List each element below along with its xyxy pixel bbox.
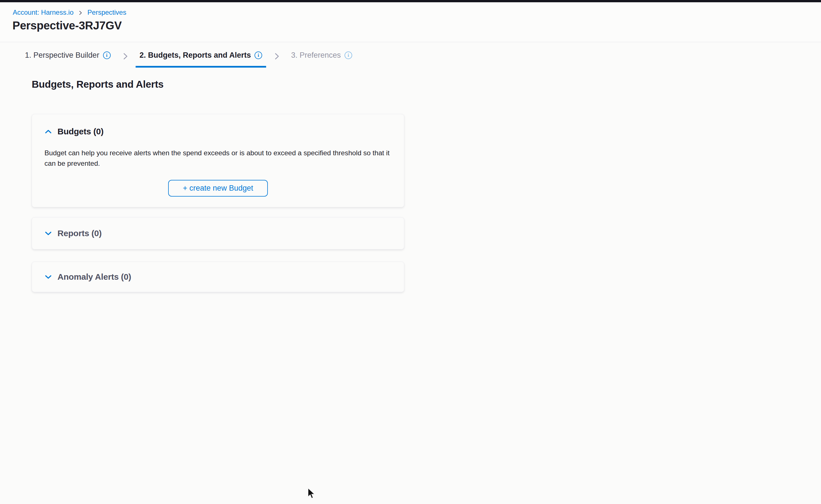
- reports-section: Reports (0): [32, 217, 404, 249]
- chevron-right-icon: [272, 52, 281, 61]
- sections-list: Budgets (0) Budget can help you receive …: [32, 114, 404, 292]
- tab-budgets-reports-alerts[interactable]: 2. Budgets, Reports and Alerts i: [135, 48, 267, 68]
- anomaly-alerts-section-header[interactable]: Anomaly Alerts (0): [44, 272, 131, 282]
- page-header: Account: Harness.io Perspectives Perspec…: [0, 2, 821, 42]
- breadcrumb-account-link[interactable]: Account: Harness.io: [13, 8, 74, 16]
- tab-perspective-builder[interactable]: 1. Perspective Builder i: [21, 48, 115, 68]
- info-icon[interactable]: i: [255, 51, 262, 59]
- anomaly-alerts-section-title: Anomaly Alerts (0): [57, 272, 131, 282]
- budgets-section-header[interactable]: Budgets (0): [44, 127, 392, 136]
- wizard-tabs: 1. Perspective Builder i 2. Budgets, Rep…: [21, 48, 356, 68]
- tab-budgets-reports-alerts-label: 2. Budgets, Reports and Alerts: [139, 51, 251, 60]
- info-icon[interactable]: i: [103, 51, 111, 59]
- tab-preferences[interactable]: 3. Preferences i: [287, 48, 356, 68]
- chevron-down-icon: [44, 274, 52, 280]
- browser-chrome-strip: [0, 0, 821, 2]
- anomaly-alerts-section: Anomaly Alerts (0): [32, 262, 404, 292]
- budgets-section: Budgets (0) Budget can help you receive …: [32, 114, 404, 207]
- content-heading: Budgets, Reports and Alerts: [32, 79, 164, 90]
- chevron-up-icon: [44, 129, 52, 134]
- reports-section-title: Reports (0): [57, 229, 102, 238]
- budgets-section-title: Budgets (0): [57, 127, 104, 136]
- chevron-down-icon: [44, 231, 52, 236]
- chevron-right-icon: [121, 52, 129, 61]
- breadcrumb: Account: Harness.io Perspectives: [13, 8, 126, 16]
- budgets-description: Budget can help you receive alerts when …: [44, 148, 392, 169]
- tab-preferences-label: 3. Preferences: [291, 51, 341, 60]
- chevron-right-icon: [78, 10, 83, 15]
- tab-perspective-builder-label: 1. Perspective Builder: [25, 51, 99, 60]
- info-icon[interactable]: i: [345, 51, 352, 59]
- create-new-budget-button[interactable]: + create new Budget: [168, 180, 268, 197]
- screen: Account: Harness.io Perspectives Perspec…: [0, 0, 821, 504]
- breadcrumb-perspectives-link[interactable]: Perspectives: [87, 8, 126, 16]
- budgets-button-row: + create new Budget: [44, 180, 392, 197]
- page-title: Perspective-3RJ7GV: [12, 19, 122, 32]
- mouse-cursor: [306, 488, 316, 500]
- reports-section-header[interactable]: Reports (0): [44, 229, 102, 238]
